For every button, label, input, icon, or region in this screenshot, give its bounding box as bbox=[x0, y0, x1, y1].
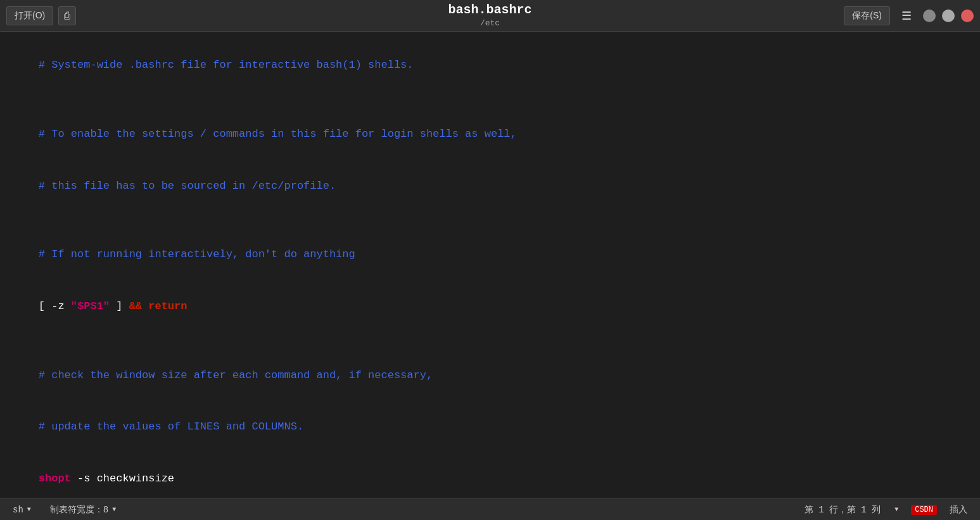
window-close-button[interactable] bbox=[961, 10, 974, 22]
code-line-empty bbox=[13, 91, 967, 108]
file-name: bash.bashrc bbox=[248, 3, 732, 17]
code-keyword: && return bbox=[129, 300, 188, 312]
comment: # To enable the settings / commands in t… bbox=[39, 128, 517, 140]
save-icon-button[interactable]: ⎙ bbox=[58, 6, 76, 25]
window-maximize-button[interactable] bbox=[942, 10, 955, 22]
file-path: /etc bbox=[480, 18, 500, 28]
save-disk-icon: ⎙ bbox=[64, 10, 70, 21]
code-text: [ -z bbox=[39, 300, 71, 312]
comment: # this file has to be sourced in /etc/pr… bbox=[39, 180, 336, 192]
code-line: [ -z "$PS1" ] && return bbox=[13, 281, 967, 333]
code-line: # this file has to be sourced in /etc/pr… bbox=[13, 160, 967, 212]
menu-button[interactable]: ☰ bbox=[896, 6, 917, 25]
window-minimize-button[interactable] bbox=[923, 10, 936, 22]
cursor-position: 第 1 行，第 1 列 bbox=[805, 504, 881, 516]
csdn-badge: CSDN bbox=[911, 505, 937, 515]
comment: # update the values of LINES and COLUMNS… bbox=[39, 421, 303, 433]
tab-width-selector[interactable]: 制表符宽度：8 ▼ bbox=[50, 504, 116, 516]
code-string: "$PS1" bbox=[71, 300, 110, 312]
code-line: # check the window size after each comma… bbox=[13, 349, 967, 401]
save-button[interactable]: 保存(S) bbox=[844, 6, 890, 25]
insert-mode: 插入 bbox=[950, 504, 967, 516]
lang-label: sh bbox=[13, 505, 23, 515]
statusbar-right: 第 1 行，第 1 列 ▼ CSDN 插入 bbox=[805, 504, 967, 516]
code-line: # update the values of LINES and COLUMNS… bbox=[13, 401, 967, 453]
code-line: # System-wide .bashrc file for interacti… bbox=[13, 39, 967, 91]
code-text: ] bbox=[110, 300, 129, 312]
code-cmd: shopt bbox=[39, 472, 71, 485]
titlebar: 打开(O) ⎙ bash.bashrc /etc 保存(S) ☰ bbox=[0, 0, 980, 32]
lang-selector[interactable]: sh ▼ bbox=[13, 505, 31, 515]
code-line-empty bbox=[13, 332, 967, 349]
code-line-empty bbox=[13, 212, 967, 229]
titlebar-center: bash.bashrc /etc bbox=[248, 3, 732, 29]
code-line: # If not running interactively, don't do… bbox=[13, 229, 967, 281]
titlebar-right: 保存(S) ☰ bbox=[732, 6, 974, 25]
code-text: -s checkwinsize bbox=[71, 472, 174, 485]
tab-width-dropdown-arrow: ▼ bbox=[112, 506, 116, 513]
code-line: shopt -s checkwinsize bbox=[13, 453, 967, 499]
titlebar-left: 打开(O) ⎙ bbox=[6, 6, 248, 25]
lang-dropdown-arrow: ▼ bbox=[27, 506, 31, 513]
code-line: # To enable the settings / commands in t… bbox=[13, 108, 967, 160]
statusbar: sh ▼ 制表符宽度：8 ▼ 第 1 行，第 1 列 ▼ CSDN 插入 bbox=[0, 498, 980, 520]
comment: # If not running interactively, don't do… bbox=[39, 248, 355, 260]
comment: # System-wide .bashrc file for interacti… bbox=[39, 59, 414, 71]
tab-width-label: 制表符宽度：8 bbox=[50, 504, 108, 516]
editor-area[interactable]: # System-wide .bashrc file for interacti… bbox=[0, 32, 980, 498]
open-button[interactable]: 打开(O) bbox=[6, 6, 53, 25]
comment: # check the window size after each comma… bbox=[39, 369, 433, 381]
position-dropdown-arrow: ▼ bbox=[894, 506, 898, 513]
